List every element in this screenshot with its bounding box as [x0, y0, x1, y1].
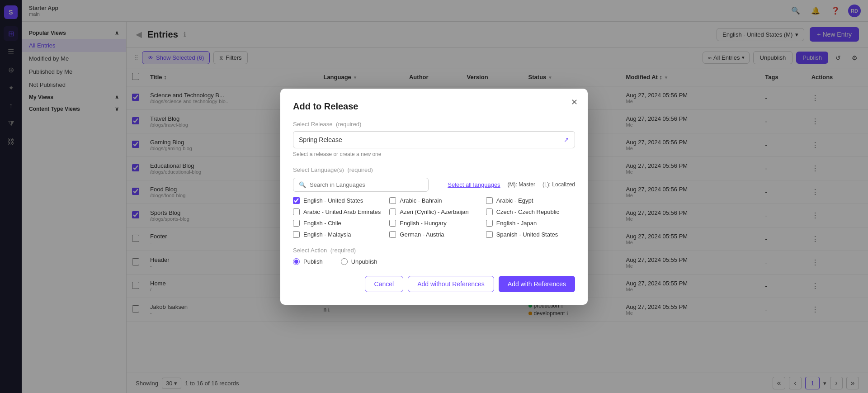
language-item[interactable]: English - Hungary: [389, 220, 478, 227]
language-section-header: Select Language(s) (required): [293, 166, 575, 173]
modal-title: Add to Release: [293, 101, 575, 112]
language-item[interactable]: Arabic - Egypt: [486, 197, 575, 204]
language-item[interactable]: Azeri (Cyrillic) - Azerbaijan: [389, 208, 478, 215]
action-radio-group: Publish Unpublish: [293, 258, 575, 265]
language-search[interactable]: 🔍: [293, 178, 429, 192]
language-item[interactable]: Arabic - United Arab Emirates: [293, 208, 382, 215]
language-item[interactable]: English - Japan: [486, 220, 575, 227]
action-label: Select Action (required): [293, 247, 575, 254]
external-link-icon[interactable]: ↗: [564, 136, 569, 143]
release-label: Select Release (required): [293, 121, 575, 128]
action-publish[interactable]: Publish: [293, 258, 323, 265]
language-item[interactable]: English - Malaysia: [293, 231, 382, 238]
action-unpublish[interactable]: Unpublish: [341, 258, 377, 265]
language-label: Select Language(s) (required): [293, 166, 373, 173]
language-item[interactable]: German - Austria: [389, 231, 478, 238]
add-to-release-modal: Add to Release ✕ Select Release (require…: [280, 89, 588, 305]
language-item[interactable]: English - Chile: [293, 220, 382, 227]
modal-overlay[interactable]: Add to Release ✕ Select Release (require…: [0, 0, 868, 393]
modal-footer: Cancel Add without References Add with R…: [293, 276, 575, 292]
add-with-references-button[interactable]: Add with References: [499, 276, 575, 292]
language-controls: 🔍 Select all languages (M): Master (L): …: [293, 178, 575, 192]
release-hint: Select a release or create a new one: [293, 151, 575, 157]
language-grid: English - United StatesArabic - BahrainA…: [293, 197, 575, 238]
cancel-button[interactable]: Cancel: [365, 276, 404, 292]
select-all-languages-link[interactable]: Select all languages: [448, 181, 500, 188]
modal-close-button[interactable]: ✕: [568, 96, 580, 109]
search-icon: 🔍: [299, 181, 306, 188]
add-without-references-button[interactable]: Add without References: [408, 276, 494, 292]
localized-label: (L): Localized: [542, 181, 575, 188]
language-item[interactable]: Arabic - Bahrain: [389, 197, 478, 204]
language-item[interactable]: Spanish - United States: [486, 231, 575, 238]
language-item[interactable]: Czech - Czech Republic: [486, 208, 575, 215]
language-search-input[interactable]: [310, 181, 423, 188]
master-label: (M): Master: [508, 181, 535, 188]
language-item[interactable]: English - United States: [293, 197, 382, 204]
release-input[interactable]: Spring Release ↗: [293, 131, 575, 148]
